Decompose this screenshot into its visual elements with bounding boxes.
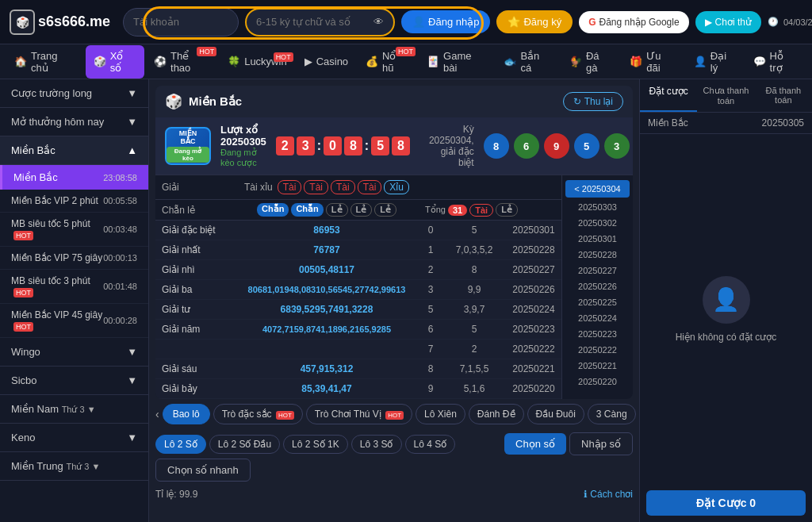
- play-button[interactable]: ▶ Chơi thử: [695, 11, 761, 33]
- bet-type-lo4so[interactable]: Lô 4 Số: [405, 435, 456, 454]
- cach-choi-link[interactable]: ℹ Cách chơi: [584, 489, 633, 500]
- bet-type-lo3so[interactable]: Lô 3 Số: [351, 435, 402, 454]
- period-item[interactable]: 20250220: [562, 374, 633, 390]
- nav-item-uudai[interactable]: 🎁 Ưu đãi: [622, 45, 684, 79]
- sidebar-sicbo-label: Sicbo: [11, 374, 37, 386]
- sidebar-section-miennam[interactable]: Miền Nam Thứ 3 ▼: [0, 395, 148, 424]
- sidebar: Cược trường long ▼ Mở thưởng hôm nay ▼ M…: [0, 79, 149, 522]
- bet-type-lo2so[interactable]: Lô 2 Số: [155, 435, 206, 454]
- tab-trochoi[interactable]: Trò Chơi Thú Vị HOT: [306, 404, 412, 424]
- chevron-down-icon: ▼: [127, 116, 137, 128]
- account-input[interactable]: [133, 16, 228, 28]
- google-login-button[interactable]: G Đăng nhập Google: [579, 11, 688, 33]
- chon-so-button[interactable]: Chọn số: [504, 433, 566, 455]
- period-item[interactable]: 20250224: [562, 310, 633, 326]
- tab-3cang[interactable]: 3 Càng: [588, 404, 636, 424]
- period-item[interactable]: 20250228: [562, 247, 633, 263]
- lottery-panel: 🎲 Miền Bắc ↻ Thu lại MIỀNBẮC Đang mở kèo…: [155, 86, 633, 399]
- sidebar-section-mo[interactable]: Mở thưởng hôm nay ▼: [0, 108, 148, 136]
- password-input-wrap[interactable]: 👁: [245, 8, 395, 36]
- count-box: 8: [392, 136, 410, 155]
- sidebar-item-label: Miền Bắc VIP 75 giây: [11, 252, 102, 263]
- nav-item-banca[interactable]: 🐟 Bắn cá: [496, 45, 560, 79]
- nav-item-daily[interactable]: 👤 Đại lý: [686, 45, 744, 79]
- nav-label: Trang chủ: [31, 50, 76, 74]
- period-item[interactable]: 20250301: [562, 231, 633, 247]
- nav-item-thethao[interactable]: ⚽ Thể thao HOT: [146, 45, 218, 79]
- sidebar-mienbac-header[interactable]: Miền Bắc ▲: [0, 136, 148, 165]
- sidebar-section-wingo[interactable]: Wingo ▼: [0, 338, 148, 367]
- period-column: < 20250304 20250303 20250302 20250301 20…: [561, 175, 633, 399]
- period-item[interactable]: 20250226: [562, 278, 633, 294]
- login-button[interactable]: 👤 Đăng nhập: [401, 10, 490, 33]
- table-row: Giải nhất 76787 1 7,0,3,5,2 20250228: [155, 240, 561, 260]
- nav-item-xoso[interactable]: 🎲 Xổ số: [86, 45, 144, 79]
- hot-badge: HOT: [13, 288, 33, 297]
- tab-loxien[interactable]: Lô Xiên: [416, 404, 465, 424]
- dat-cuoc-button[interactable]: Đặt Cược 0: [646, 490, 806, 516]
- eye-icon[interactable]: 👁: [373, 16, 384, 28]
- count-sep: :: [317, 139, 321, 153]
- hot-badge: HOT: [13, 231, 33, 240]
- nhap-so-button[interactable]: Nhập số: [569, 432, 633, 455]
- ball-2: 9: [544, 133, 569, 159]
- period-item[interactable]: 20250221: [562, 358, 633, 374]
- dice-icon: 🎲: [94, 56, 106, 67]
- sidebar-item-mienbac[interactable]: Miền Bắc 23:08:58: [0, 165, 148, 190]
- account-input-wrap[interactable]: [123, 8, 239, 36]
- sidebar-item-mienbac75[interactable]: Miền Bắc VIP 75 giây 00:00:13: [0, 247, 148, 270]
- bet-type-lo2so1k[interactable]: Lô 2 Số 1K: [283, 435, 348, 454]
- nav-item-daga[interactable]: 🐓 Đá gà: [561, 45, 620, 79]
- sidebar-cuoc-label: Cược trường long: [11, 87, 92, 99]
- sidebar-item-mienbac45[interactable]: Miền Bắc VIP 45 giây HOT 00:00:28: [0, 304, 148, 338]
- gift-icon: 🎁: [630, 56, 642, 67]
- chon-so-nhanh-button[interactable]: Chọn số nhanh: [155, 459, 251, 482]
- bet-type-lo2sodau[interactable]: Lô 2 Số Đầu: [209, 435, 280, 454]
- nav-item-luckywin[interactable]: 🍀 Luckywin HOT: [220, 51, 294, 72]
- rp-tab-datcuoc[interactable]: Đặt cược: [640, 79, 697, 112]
- tab-baolo[interactable]: Bao lô: [163, 404, 210, 424]
- period-item[interactable]: 20250223: [562, 326, 633, 342]
- sidebar-item-mbtoc5[interactable]: MB siêu tốc 5 phút HOT 00:03:48: [0, 213, 148, 247]
- prize-name: Giải ba: [155, 280, 235, 300]
- info-icon: ℹ: [584, 489, 588, 500]
- tab-trodacsac[interactable]: Trò đặc sắc HOT: [213, 404, 303, 424]
- sidebar-item-mienbacvip2[interactable]: Miền Bắc VIP 2 phút 00:05:58: [0, 190, 148, 213]
- col-dauduoi: [442, 175, 506, 200]
- sidebar-section-mientrung[interactable]: Miền Trung Thứ 3 ▼: [0, 452, 148, 481]
- person-icon: 👤: [412, 16, 425, 28]
- prev-tab-btn[interactable]: ‹: [155, 408, 159, 420]
- sidebar-section-keno[interactable]: Keno ▼: [0, 424, 148, 452]
- period-item[interactable]: 20250227: [562, 263, 633, 278]
- sidebar-section-cuoc[interactable]: Cược trường long ▼: [0, 79, 148, 108]
- thu-lai-button[interactable]: ↻ Thu lại: [563, 92, 623, 111]
- sidebar-section-sicbo[interactable]: Sicbo ▼: [0, 367, 148, 395]
- nav-item-hotro[interactable]: 💬 Hỗ trợ: [745, 45, 806, 79]
- rp-tab-chuathanhtoan[interactable]: Chưa thanh toán: [697, 79, 754, 112]
- prize-name: Giải bảy: [155, 379, 235, 399]
- period-item[interactable]: 20250222: [562, 342, 633, 358]
- sidebar-item-mbtoc3[interactable]: MB siêu tốc 3 phút HOT 00:01:48: [0, 270, 148, 304]
- nav-item-casino[interactable]: ▶ Casino: [297, 51, 356, 72]
- nav-label: Casino: [316, 56, 348, 67]
- lottery-logo: MIỀNBẮC Đang mở kèo: [165, 127, 211, 165]
- rp-tab-dathanhtoan[interactable]: Đã thanh toán: [755, 79, 812, 112]
- ball-4: 3: [604, 133, 630, 159]
- rp-empty-area: 👤 Hiện không có đặt cược: [640, 134, 812, 484]
- nav-item-nohu[interactable]: 💰 Nổ hũ HOT: [358, 45, 417, 79]
- bottom-tabs: ‹ Bao lô Trò đặc sắc HOT Trò Chơi Thú Vị…: [149, 399, 639, 429]
- main-layout: Cược trường long ▼ Mở thưởng hôm nay ▼ M…: [0, 79, 812, 522]
- register-button[interactable]: ⭐ Đăng ký: [496, 10, 573, 33]
- period-item[interactable]: 20250303: [562, 199, 633, 215]
- tab-dauduoi[interactable]: Đầu Đuôi: [527, 404, 584, 424]
- tab-danhde[interactable]: Đánh Đề: [469, 404, 524, 424]
- period-item[interactable]: 20250302: [562, 215, 633, 231]
- password-input[interactable]: [256, 16, 367, 28]
- result-balls: 8 6 9 5 3: [484, 133, 630, 159]
- period-current[interactable]: < 20250304: [565, 180, 630, 198]
- prize-name: Giải năm: [155, 320, 235, 340]
- nav-item-gambai[interactable]: 🃏 Game bài: [419, 45, 494, 79]
- nav-item-trangchu[interactable]: 🏠 Trang chủ: [6, 45, 84, 79]
- logo-text: s6s666.me: [38, 13, 110, 30]
- period-item[interactable]: 20250225: [562, 294, 633, 310]
